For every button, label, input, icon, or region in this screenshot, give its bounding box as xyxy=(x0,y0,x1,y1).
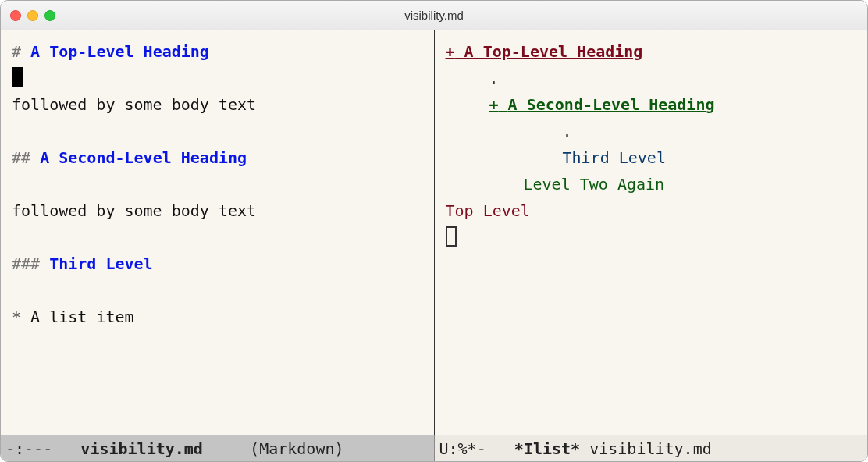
modeline-left[interactable]: -:--- visibility.md (Markdown) xyxy=(1,435,435,461)
outline-heading-2[interactable]: + A Second-Level Heading xyxy=(446,91,857,118)
buffer-file: visibility.md xyxy=(589,439,712,458)
body-text: followed by some body text xyxy=(12,197,423,224)
markdown-buffer[interactable]: # A Top-Level Heading followed by some b… xyxy=(1,30,435,435)
buffer-status: U:%*- xyxy=(439,439,496,458)
text-cursor xyxy=(12,67,23,87)
window-title: visibility.md xyxy=(1,9,867,22)
outline-label: A Second-Level Heading xyxy=(508,95,715,114)
outline-dot: . xyxy=(446,118,857,144)
markdown-hash: # xyxy=(12,42,21,61)
buffer-name: *Ilist* xyxy=(514,439,580,458)
buffer-name: visibility.md xyxy=(80,439,203,458)
maximize-icon[interactable] xyxy=(44,10,55,21)
minimize-icon[interactable] xyxy=(27,10,38,21)
outline-heading-1[interactable]: + A Top-Level Heading xyxy=(446,38,857,65)
bullet-icon: * xyxy=(12,307,21,326)
markdown-hash: ### xyxy=(12,254,40,273)
heading-level-2: ## A Second-Level Heading xyxy=(12,144,423,171)
heading-level-1: # A Top-Level Heading xyxy=(12,38,423,65)
outline-heading-2[interactable]: Level Two Again xyxy=(446,171,857,197)
expand-plus-icon[interactable]: + xyxy=(446,42,455,61)
list-item: * A list item xyxy=(12,304,423,330)
inactive-cursor xyxy=(446,226,457,247)
heading-level-3: ### Third Level xyxy=(12,251,423,277)
modeline-row: -:--- visibility.md (Markdown) U:%*- *Il… xyxy=(1,435,867,461)
buffer-status: -:--- xyxy=(5,439,62,458)
major-mode: (Markdown) xyxy=(250,439,343,458)
heading-text: A Second-Level Heading xyxy=(40,148,247,167)
editor-area: # A Top-Level Heading followed by some b… xyxy=(1,30,867,435)
outline-label: A Top-Level Heading xyxy=(464,42,643,61)
list-item-text: A list item xyxy=(30,307,133,326)
cursor-line xyxy=(446,224,857,251)
markdown-hash: ## xyxy=(12,148,30,167)
expand-plus-icon[interactable]: + xyxy=(489,95,499,114)
heading-text: A Top-Level Heading xyxy=(30,42,209,61)
outline-heading-3[interactable]: Third Level xyxy=(446,144,857,171)
heading-text: Third Level xyxy=(49,254,152,273)
traffic-lights xyxy=(10,10,55,21)
ilist-buffer[interactable]: + A Top-Level Heading . + A Second-Level… xyxy=(435,30,868,435)
close-icon[interactable] xyxy=(10,10,21,21)
cursor-line xyxy=(12,65,423,91)
body-text: followed by some body text xyxy=(12,91,423,118)
outline-dot: . xyxy=(446,65,857,91)
outline-heading-1[interactable]: Top Level xyxy=(446,197,857,224)
modeline-right[interactable]: U:%*- *Ilist* visibility.md xyxy=(435,435,868,461)
titlebar: visibility.md xyxy=(1,1,867,30)
